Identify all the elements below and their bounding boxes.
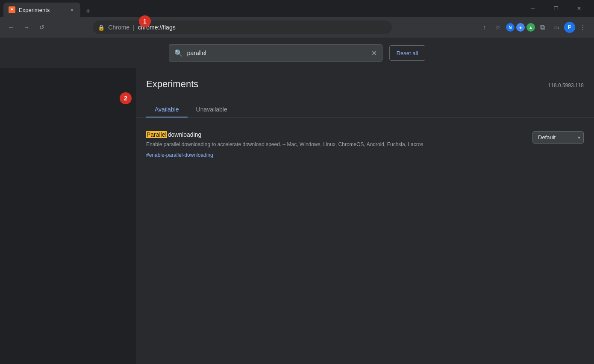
extension-notus[interactable]: N (506, 23, 515, 32)
experiment-description: Enable parallel downloading to accelerat… (146, 141, 526, 148)
menu-button[interactable]: ⋮ (577, 21, 589, 33)
tab-favicon: ⚑ (9, 6, 15, 13)
cast-button[interactable]: ▭ (550, 21, 562, 33)
reload-button[interactable]: ↺ (36, 21, 48, 33)
tab-close-button[interactable]: ✕ (68, 6, 75, 13)
maximize-button[interactable]: ❐ (546, 2, 566, 15)
titlebar: ⚑ Experiments ✕ + ─ ❐ ✕ (0, 0, 594, 17)
close-button[interactable]: ✕ (569, 2, 589, 15)
active-tab[interactable]: ⚑ Experiments ✕ (3, 3, 80, 17)
experiments-header: Experiments 118.0.5993.118 (136, 68, 594, 90)
search-icon: 🔍 (174, 49, 183, 57)
tab-title: Experiments (19, 7, 65, 13)
search-area: 🔍 parallel ✕ Reset all (0, 38, 594, 68)
tab-available[interactable]: Available (146, 102, 188, 117)
page-title: Experiments (146, 79, 198, 90)
experiment-name-highlight: Parallel (146, 131, 167, 138)
search-input[interactable]: parallel (187, 50, 367, 56)
addressbar: ← → ↺ 🔒 Chrome | chrome://flags ↑ ☆ N ● … (0, 17, 594, 38)
sidebar (0, 68, 136, 364)
experiment-list: Parallel downloading Enable parallel dow… (136, 117, 594, 172)
minimize-button[interactable]: ─ (523, 2, 543, 15)
share-button[interactable]: ↑ (479, 21, 491, 33)
toolbar-right: ↑ ☆ N ● ▲ ⧉ ▭ P ⋮ (479, 21, 589, 33)
step-badge-2: 2 (120, 92, 132, 104)
step-badge-1: 1 (139, 15, 151, 27)
experiment-link[interactable]: #enable-parallel-downloading (146, 152, 213, 158)
separator: | (133, 24, 135, 31)
tabs-row: Available Unavailable (136, 95, 594, 117)
extensions-button[interactable]: ⧉ (537, 21, 549, 33)
page-content: Experiments 118.0.5993.118 Available Una… (0, 38, 594, 364)
extension-triangle[interactable]: ▲ (526, 23, 535, 32)
search-box[interactable]: 🔍 parallel ✕ (169, 44, 382, 62)
search-clear-button[interactable]: ✕ (371, 49, 377, 57)
window-controls: ─ ❐ ✕ (523, 2, 591, 15)
experiment-dropdown[interactable]: Default Enabled Disabled (532, 131, 584, 144)
experiment-info: Parallel downloading Enable parallel dow… (146, 131, 526, 159)
bookmark-button[interactable]: ☆ (492, 21, 504, 33)
experiment-item: Parallel downloading Enable parallel dow… (146, 126, 584, 164)
experiments-main: Experiments 118.0.5993.118 Available Una… (136, 68, 594, 364)
back-button[interactable]: ← (5, 21, 17, 33)
reset-all-button[interactable]: Reset all (389, 45, 426, 61)
tab-unavailable[interactable]: Unavailable (188, 102, 236, 117)
experiment-control[interactable]: Default Enabled Disabled ▾ (532, 131, 584, 144)
tab-strip: ⚑ Experiments ✕ + (3, 0, 521, 17)
address-field[interactable]: 🔒 Chrome | chrome://flags (93, 21, 392, 34)
extension-circle[interactable]: ● (516, 23, 525, 32)
forward-button[interactable]: → (21, 21, 32, 33)
new-tab-button[interactable]: + (82, 5, 94, 17)
site-name: Chrome (108, 24, 129, 31)
lock-icon: 🔒 (98, 24, 105, 31)
version-text: 118.0.5993.118 (548, 82, 584, 88)
experiment-name-suffix: downloading (168, 131, 202, 138)
experiment-name: Parallel downloading (146, 131, 526, 138)
profile-avatar[interactable]: P (564, 22, 575, 33)
dropdown-wrapper[interactable]: Default Enabled Disabled ▾ (532, 131, 584, 144)
